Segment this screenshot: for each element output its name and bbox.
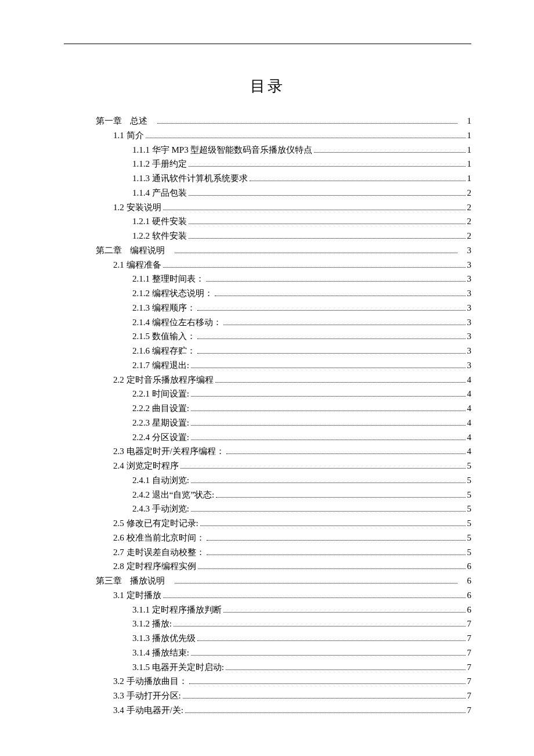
- toc-entry-label: 第一章总述: [96, 114, 147, 128]
- toc-entry-number: 3.3: [113, 691, 124, 700]
- toc-entry-number: 1.2.2: [132, 231, 150, 240]
- toc-leader: [191, 368, 466, 368]
- toc-entry-label: 1.1.3 通讯软件计算机系统要求: [132, 171, 248, 186]
- toc-entry-title: 定时播放: [127, 591, 161, 600]
- toc-entry-title: 安装说明: [127, 203, 161, 212]
- toc-leader: [223, 612, 466, 613]
- toc-entry-page: 5: [467, 531, 472, 545]
- toc-entry-number: 3.1: [113, 591, 124, 600]
- toc-entry-label: 2.2.2 曲目设置:: [132, 401, 189, 416]
- toc-entry-label: 2.1.5 数值输入：: [132, 329, 196, 344]
- toc-entry-label: 2.6 校准当前北京时间：: [113, 531, 205, 545]
- toc-entry-label: 1.1.2 手册约定: [132, 157, 187, 171]
- toc-entry-title: 编程存贮：: [152, 346, 196, 355]
- toc-entry-label: 2.1.1 整理时间表：: [132, 272, 204, 286]
- toc-entry: 3.1 定时播放6: [113, 588, 471, 603]
- toc-entry: 3.4 手动电器开/关:7: [113, 703, 471, 718]
- toc-entry-page: 3: [467, 258, 472, 272]
- toc-entry: 2.6 校准当前北京时间：5: [113, 531, 471, 545]
- toc-entry-number: 2.4.3: [132, 504, 150, 513]
- toc-entry: 3.1.4 播放结束:7: [132, 646, 471, 660]
- toc-entry-page: 7: [467, 646, 472, 660]
- toc-entry: 1.1.1 华宇 MP3 型超级智能数码音乐播放仪特点1: [132, 143, 471, 157]
- toc-leader: [250, 181, 466, 181]
- toc-entry-title: 定时程序播放判断: [152, 605, 222, 614]
- toc-entry-number: 3.1.5: [132, 663, 150, 672]
- toc-entry-label: 2.2 定时音乐播放程序编程: [113, 373, 214, 387]
- toc-leader: [185, 712, 466, 713]
- toc-entry-number: 2.4: [113, 461, 124, 470]
- toc-entry-number: 1.1.1: [132, 145, 150, 154]
- toc-entry: 2.1.2 编程状态说明：3: [132, 286, 471, 301]
- toc-entry-label: 2.3 电器定时开/关程序编程：: [113, 444, 225, 459]
- toc-entry: 2.1 编程准备3: [113, 258, 471, 272]
- toc-entry-page: 3: [467, 358, 472, 373]
- toc-entry-number: 1.2.1: [132, 217, 150, 226]
- toc-entry-label: 3.1.2 播放:: [132, 617, 172, 631]
- toc-leader: [189, 166, 466, 167]
- toc-entry-number: 2.4.1: [132, 476, 150, 485]
- toc-leader: [191, 655, 466, 656]
- toc-leader: [163, 267, 466, 268]
- toc-leader: [226, 453, 466, 454]
- toc-entry-number: 3.1.4: [132, 648, 150, 657]
- toc-title: 目录: [64, 76, 471, 96]
- toc-entry: 2.1.6 编程存贮：3: [132, 344, 471, 358]
- toc-leader: [189, 683, 466, 684]
- toc-entry-label: 3.3 手动打开分区:: [113, 689, 181, 703]
- toc-entry-title: 定时程序编程实例: [127, 561, 196, 571]
- toc-leader: [157, 123, 457, 124]
- toc-entry-page: 2: [467, 186, 472, 200]
- toc-leader: [216, 497, 465, 498]
- toc-entry-number: 第一章: [96, 114, 122, 128]
- toc-entry: 1.1.3 通讯软件计算机系统要求1: [132, 171, 471, 186]
- toc-entry-title: 编程退出:: [152, 361, 189, 370]
- toc-entry-label: 2.2.3 星期设置:: [132, 416, 189, 430]
- toc-entry-number: 3.4: [113, 705, 124, 715]
- toc-entry-number: 1.2: [113, 203, 124, 212]
- toc-container: 第一章总述11.1 简介11.1.1 华宇 MP3 型超级智能数码音乐播放仪特点…: [64, 114, 471, 718]
- toc-entry-label: 2.5 修改已有定时记录:: [113, 516, 199, 531]
- toc-entry-page: 5: [467, 545, 472, 560]
- toc-entry: 3.1.3 播放优先级7: [132, 631, 471, 646]
- toc-leader: [174, 626, 466, 627]
- toc-leader: [163, 597, 466, 598]
- toc-leader: [191, 483, 466, 483]
- toc-leader: [189, 195, 466, 196]
- toc-entry-number: 3.1.1: [132, 605, 150, 614]
- toc-entry-page: 7: [467, 617, 472, 631]
- toc-entry-title: 自动浏览:: [152, 476, 189, 485]
- toc-entry-number: 2.1.7: [132, 361, 150, 370]
- toc-entry-title: 播放结束:: [152, 648, 189, 657]
- toc-leader: [191, 425, 466, 426]
- toc-entry: 2.2.2 曲目设置:4: [132, 401, 471, 416]
- toc-entry-number: 2.1.6: [132, 346, 150, 355]
- toc-entry: 2.4 浏览定时程序5: [113, 459, 471, 473]
- toc-leader: [146, 138, 466, 138]
- toc-entry: 1.1 简介1: [113, 128, 471, 143]
- toc-entry-label: 第三章播放说明: [96, 574, 165, 588]
- toc-entry-number: 2.1: [113, 260, 124, 269]
- toc-entry-number: 2.4.2: [132, 490, 150, 499]
- toc-entry-number: 2.1.1: [132, 274, 150, 283]
- toc-entry-title: 编程状态说明：: [152, 289, 213, 298]
- toc-entry: 2.4.3 手动浏览:5: [132, 502, 471, 516]
- toc-entry-label: 2.1.6 编程存贮：: [132, 344, 196, 358]
- toc-entry-label: 1.2.1 硬件安装: [132, 214, 187, 229]
- toc-entry-page: 7: [467, 660, 472, 675]
- toc-entry-number: 2.8: [113, 561, 124, 571]
- toc-entry-label: 3.1.1 定时程序播放判断: [132, 603, 222, 617]
- toc-entry-title: 修改已有定时记录:: [127, 519, 199, 528]
- toc-leader: [215, 382, 466, 383]
- toc-entry-title: 星期设置:: [152, 418, 189, 427]
- toc-entry-label: 3.1.3 播放优先级: [132, 631, 196, 646]
- toc-entry-label: 2.4 浏览定时程序: [113, 459, 179, 473]
- toc-entry-page: 3: [467, 243, 472, 258]
- toc-entry-number: 2.6: [113, 533, 124, 542]
- toc-entry-label: 3.1.4 播放结束:: [132, 646, 189, 660]
- toc-entry-title: 硬件安装: [152, 217, 187, 226]
- toc-entry-number: 1.1.4: [132, 188, 150, 197]
- toc-entry-page: 3: [467, 344, 472, 358]
- toc-entry-label: 2.2.1 时间设置:: [132, 387, 189, 401]
- toc-leader: [198, 568, 466, 569]
